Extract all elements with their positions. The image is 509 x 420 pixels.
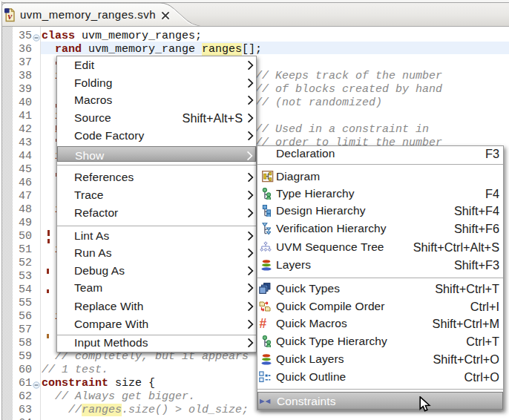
- svg-text:#: #: [259, 318, 266, 329]
